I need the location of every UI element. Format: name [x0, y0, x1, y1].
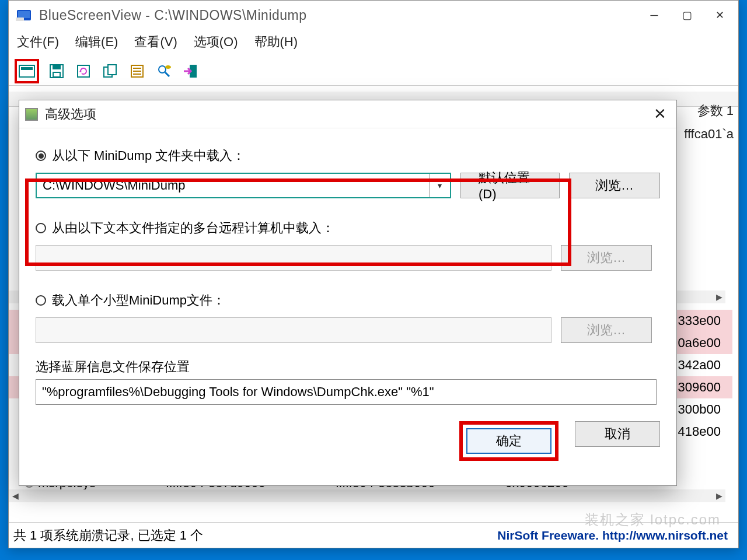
properties-icon[interactable] — [128, 62, 146, 80]
column-fragment: 参数 1 fffca01`a — [679, 100, 738, 144]
statusbar: 共 1 项系统崩溃记录, 已选定 1 个 NirSoft Freeware. h… — [9, 522, 738, 548]
app-icon — [16, 8, 34, 22]
menu-view[interactable]: 查看(V) — [134, 33, 177, 51]
radio-unselected-icon — [36, 223, 46, 233]
close-button[interactable]: ✕ — [703, 4, 736, 27]
minidump-folder-combo[interactable]: ▾ — [36, 173, 451, 198]
dialog-title: 高级选项 — [45, 106, 650, 123]
svg-rect-8 — [108, 65, 116, 75]
svg-rect-6 — [78, 65, 89, 77]
exit-icon[interactable] — [181, 62, 200, 80]
radio-selected-icon — [36, 150, 46, 161]
save-icon[interactable] — [47, 62, 66, 80]
svg-rect-1 — [18, 11, 30, 18]
menu-help[interactable]: 帮助(H) — [254, 33, 298, 51]
single-file-input — [36, 317, 551, 343]
menubar: 文件(F) 编辑(E) 查看(V) 选项(O) 帮助(H) — [9, 30, 738, 57]
advanced-options-button[interactable] — [18, 62, 36, 80]
svg-point-15 — [165, 65, 171, 69]
browse-button-3: 浏览… — [561, 317, 652, 343]
refresh-icon[interactable] — [74, 62, 93, 80]
ok-highlight-annotation: 确定 — [459, 421, 558, 461]
radio-option-folder[interactable]: 从以下 MiniDump 文件夹中载入： — [36, 147, 660, 164]
dialog-icon — [25, 108, 38, 121]
minimize-button[interactable]: ─ — [638, 4, 671, 27]
radio-option-remote[interactable]: 从由以下文本文件指定的多台远程计算机中载入： — [36, 219, 660, 237]
lower-hscroll[interactable]: ◀▶ — [9, 489, 725, 502]
save-location-input[interactable]: "%programfiles%\Debugging Tools for Wind… — [36, 379, 657, 405]
menu-file[interactable]: 文件(F) — [17, 33, 59, 51]
copy-icon[interactable] — [101, 62, 120, 80]
window-title: BlueScreenView - C:\WINDOWS\Minidump — [39, 8, 638, 23]
scroll-right-icon[interactable]: ▶ — [713, 491, 725, 501]
status-text: 共 1 项系统崩溃记录, 已选定 1 个 — [13, 527, 203, 544]
svg-rect-5 — [53, 72, 60, 77]
main-window: BlueScreenView - C:\WINDOWS\Minidump ─ ▢… — [8, 0, 739, 548]
ok-button[interactable]: 确定 — [466, 428, 551, 454]
svg-point-13 — [159, 66, 166, 73]
dialog-close-button[interactable]: ✕ — [650, 105, 671, 123]
scroll-left-icon[interactable]: ◀ — [9, 491, 22, 501]
browse-button-2: 浏览… — [561, 245, 652, 271]
radio-unselected-icon — [36, 295, 46, 306]
svg-rect-2 — [16, 18, 24, 21]
advanced-options-dialog: 高级选项 ✕ 从以下 MiniDump 文件夹中载入： ▾ 默认位置(D) 浏览… — [19, 100, 677, 486]
remote-list-input — [36, 245, 551, 271]
scroll-right-icon[interactable]: ▶ — [713, 292, 725, 302]
minidump-folder-input[interactable] — [37, 178, 429, 193]
dialog-titlebar: 高级选项 ✕ — [19, 100, 676, 128]
radio-option-single[interactable]: 载入单个小型MiniDump文件： — [36, 292, 660, 309]
toolbar-open-highlight — [15, 59, 39, 83]
toolbar — [9, 57, 738, 86]
svg-rect-4 — [53, 65, 61, 69]
radio-label: 载入单个小型MiniDump文件： — [52, 292, 225, 309]
menu-edit[interactable]: 编辑(E) — [75, 33, 118, 51]
radio-label: 从由以下文本文件指定的多台远程计算机中载入： — [52, 219, 334, 237]
menu-options[interactable]: 选项(O) — [194, 33, 238, 51]
default-location-button[interactable]: 默认位置(D) — [460, 173, 560, 198]
credits-link[interactable]: NirSoft Freeware. http://www.nirsoft.net — [497, 528, 728, 542]
browse-button-1[interactable]: 浏览… — [569, 173, 660, 198]
find-icon[interactable] — [155, 62, 173, 80]
maximize-button[interactable]: ▢ — [671, 4, 703, 27]
radio-label: 从以下 MiniDump 文件夹中载入： — [52, 147, 245, 164]
svg-line-14 — [165, 72, 169, 76]
save-location-label: 选择蓝屏信息文件保存位置 — [36, 358, 660, 376]
titlebar: BlueScreenView - C:\WINDOWS\Minidump ─ ▢… — [9, 1, 738, 30]
chevron-down-icon[interactable]: ▾ — [429, 174, 450, 197]
cancel-button[interactable]: 取消 — [575, 421, 660, 447]
